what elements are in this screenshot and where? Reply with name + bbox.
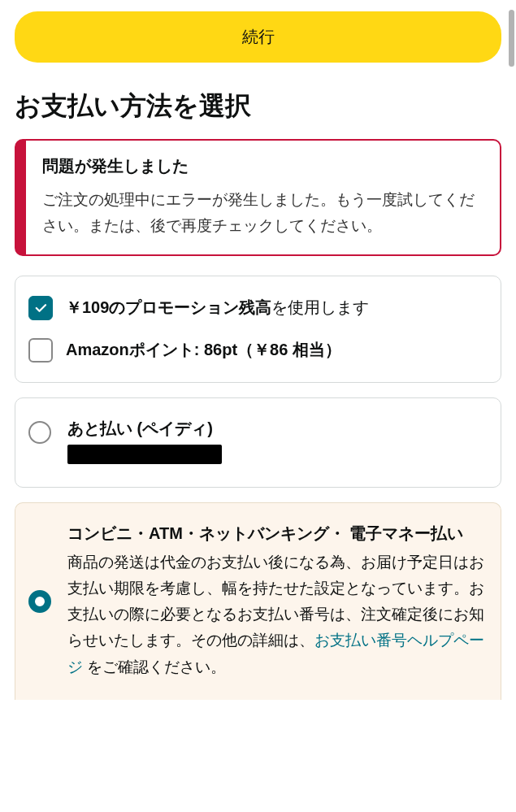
- continue-button[interactable]: 続行: [15, 11, 501, 63]
- check-icon: [33, 301, 48, 315]
- page-title: お支払い方法を選択: [15, 89, 501, 124]
- paidy-radio[interactable]: [28, 421, 51, 444]
- paidy-account-name-redacted: [67, 445, 222, 464]
- cvs-title: コンビニ・ATM・ネットバンキング・ 電子マネー払い: [67, 523, 488, 545]
- error-alert-message: ご注文の処理中にエラーが発生しました。もう一度試してください。または、後で再度チ…: [42, 187, 483, 240]
- promo-balance-checkbox[interactable]: [28, 296, 53, 320]
- error-alert-title: 問題が発生しました: [42, 155, 483, 177]
- paidy-title: あと払い (ペイディ): [67, 418, 488, 440]
- points-row[interactable]: Amazonポイント: 86pt（￥86 相当）: [28, 333, 488, 367]
- promo-balance-row[interactable]: ￥109のプロモーション残高を使用します: [28, 291, 488, 325]
- cvs-option-box[interactable]: コンビニ・ATM・ネットバンキング・ 電子マネー払い 商品の発送は代金のお支払い…: [15, 502, 501, 700]
- error-alert: 問題が発生しました ご注文の処理中にエラーが発生しました。もう一度試してください…: [15, 139, 501, 256]
- cvs-description: 商品の発送は代金のお支払い後になる為、お届け予定日はお支払い期限を考慮し、幅を持…: [67, 549, 488, 680]
- paidy-option-box[interactable]: あと払い (ペイディ): [15, 397, 501, 488]
- points-checkbox[interactable]: [28, 338, 53, 363]
- promo-balance-label: ￥109のプロモーション残高を使用します: [66, 297, 369, 319]
- balance-options-box: ￥109のプロモーション残高を使用します Amazonポイント: 86pt（￥8…: [15, 276, 501, 383]
- points-label: Amazonポイント: 86pt（￥86 相当）: [66, 339, 341, 361]
- cvs-radio[interactable]: [28, 590, 51, 613]
- scrollbar-thumb[interactable]: [509, 10, 514, 67]
